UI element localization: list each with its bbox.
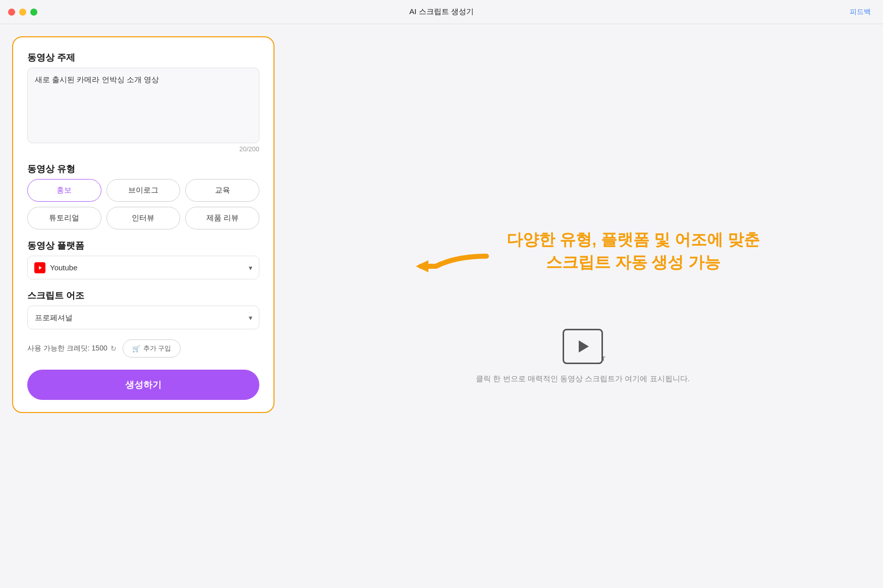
credits-row: 사용 가능한 크레딧: 1500 ↻ 🛒 추가 구입 bbox=[27, 339, 259, 358]
type-section: 동영상 유형 홍보 브이로그 교육 튜토리얼 인터뷰 제품 리뷰 bbox=[27, 163, 259, 229]
feedback-link[interactable]: 피드백 bbox=[850, 8, 871, 17]
char-count: 20/200 bbox=[27, 145, 259, 153]
maximize-button[interactable] bbox=[30, 9, 37, 16]
topic-textarea[interactable]: 새로 출시된 카메라 언박싱 소개 영상 bbox=[27, 68, 259, 143]
close-button[interactable] bbox=[8, 9, 15, 16]
left-panel: 동영상 주제 새로 출시된 카메라 언박싱 소개 영상 20/200 동영상 유… bbox=[12, 36, 274, 413]
refresh-icon[interactable]: ↻ bbox=[111, 344, 117, 352]
generate-button[interactable]: 생성하기 bbox=[27, 370, 259, 400]
promo-text: 다양한 유형, 플랫폼 및 어조에 맞춘스크립트 자동 생성 가능 bbox=[507, 228, 759, 274]
svg-marker-3 bbox=[416, 260, 428, 272]
type-label: 동영상 유형 bbox=[27, 163, 259, 175]
tone-section: 스크립트 어조 프로페셔널 친근한 유머러스 공식적 ▾ bbox=[27, 289, 259, 329]
topic-label: 동영상 주제 bbox=[27, 51, 259, 64]
platform-select[interactable]: Youtube Instagram TikTok Facebook bbox=[27, 256, 259, 279]
arrow-icon bbox=[406, 246, 496, 286]
type-btn-vlog[interactable]: 브이로그 bbox=[106, 179, 181, 202]
credits-label: 사용 가능한 크레딧: 1500 bbox=[27, 344, 107, 353]
purchase-button[interactable]: 🛒 추가 구입 bbox=[123, 339, 181, 358]
placeholder-text: 클릭 한 번으로 매력적인 동영상 스크립트가 여기에 표시됩니다. bbox=[476, 374, 689, 384]
promo-area: 다양한 유형, 플랫폼 및 어조에 맞춘스크립트 자동 생성 가능 bbox=[406, 228, 759, 304]
window-controls bbox=[8, 9, 37, 16]
tone-dropdown-wrap: 프로페셔널 친근한 유머러스 공식적 ▾ bbox=[27, 306, 259, 329]
minimize-button[interactable] bbox=[19, 9, 26, 16]
purchase-icon: 🛒 bbox=[132, 345, 140, 352]
type-btn-review[interactable]: 제품 리뷰 bbox=[185, 207, 259, 229]
platform-dropdown-wrap: Youtube Instagram TikTok Facebook ▾ bbox=[27, 256, 259, 279]
video-icon-box: ᵀ bbox=[563, 329, 603, 364]
type-btn-promo[interactable]: 홍보 bbox=[27, 179, 101, 202]
video-placeholder-area: ᵀ 클릭 한 번으로 매력적인 동영상 스크립트가 여기에 표시됩니다. bbox=[476, 329, 689, 384]
type-btn-interview[interactable]: 인터뷰 bbox=[106, 207, 181, 229]
credits-text: 사용 가능한 크레딧: 1500 ↻ bbox=[27, 344, 117, 353]
topic-section: 동영상 주제 새로 출시된 카메라 언박싱 소개 영상 20/200 bbox=[27, 51, 259, 153]
type-grid: 홍보 브이로그 교육 튜토리얼 인터뷰 제품 리뷰 bbox=[27, 179, 259, 229]
right-panel: 다양한 유형, 플랫폼 및 어조에 맞춘스크립트 자동 생성 가능 ᵀ 클릭 한… bbox=[295, 36, 871, 576]
title-bar: AI 스크립트 생성기 피드백 bbox=[0, 0, 883, 24]
cursor-icon: ᵀ bbox=[601, 355, 605, 367]
purchase-label: 추가 구입 bbox=[143, 344, 172, 353]
play-icon bbox=[579, 340, 589, 352]
type-btn-tutorial[interactable]: 튜토리얼 bbox=[27, 207, 101, 229]
platform-label: 동영상 플랫폼 bbox=[27, 240, 259, 252]
tone-select[interactable]: 프로페셔널 친근한 유머러스 공식적 bbox=[27, 306, 259, 329]
platform-section: 동영상 플랫폼 Youtube Instagram TikTok Faceboo… bbox=[27, 240, 259, 279]
type-btn-edu[interactable]: 교육 bbox=[185, 179, 259, 202]
app-title: AI 스크립트 생성기 bbox=[409, 7, 474, 17]
tone-label: 스크립트 어조 bbox=[27, 289, 259, 302]
main-content: 동영상 주제 새로 출시된 카메라 언박싱 소개 영상 20/200 동영상 유… bbox=[0, 24, 883, 588]
